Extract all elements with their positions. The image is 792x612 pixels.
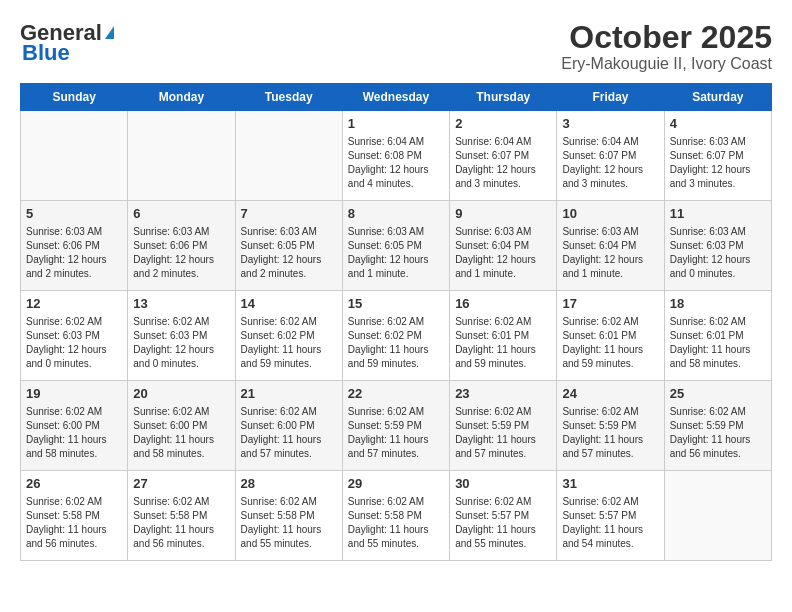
- calendar-cell: 9Sunrise: 6:03 AMSunset: 6:04 PMDaylight…: [450, 201, 557, 291]
- col-wednesday: Wednesday: [342, 84, 449, 111]
- cell-details: Sunrise: 6:04 AMSunset: 6:08 PMDaylight:…: [348, 135, 444, 191]
- day-number: 21: [241, 385, 337, 403]
- day-number: 4: [670, 115, 766, 133]
- day-number: 2: [455, 115, 551, 133]
- day-number: 30: [455, 475, 551, 493]
- logo-text-blue: Blue: [22, 40, 70, 66]
- cell-details: Sunrise: 6:02 AMSunset: 6:01 PMDaylight:…: [455, 315, 551, 371]
- calendar-week-5: 26Sunrise: 6:02 AMSunset: 5:58 PMDayligh…: [21, 471, 772, 561]
- cell-details: Sunrise: 6:04 AMSunset: 6:07 PMDaylight:…: [455, 135, 551, 191]
- day-number: 3: [562, 115, 658, 133]
- day-number: 20: [133, 385, 229, 403]
- calendar-cell: 13Sunrise: 6:02 AMSunset: 6:03 PMDayligh…: [128, 291, 235, 381]
- cell-details: Sunrise: 6:02 AMSunset: 6:03 PMDaylight:…: [26, 315, 122, 371]
- cell-details: Sunrise: 6:04 AMSunset: 6:07 PMDaylight:…: [562, 135, 658, 191]
- calendar-cell: 28Sunrise: 6:02 AMSunset: 5:58 PMDayligh…: [235, 471, 342, 561]
- day-number: 28: [241, 475, 337, 493]
- page-title: October 2025: [561, 20, 772, 55]
- day-number: 26: [26, 475, 122, 493]
- calendar-table: Sunday Monday Tuesday Wednesday Thursday…: [20, 83, 772, 561]
- cell-details: Sunrise: 6:02 AMSunset: 5:59 PMDaylight:…: [670, 405, 766, 461]
- calendar-cell: 20Sunrise: 6:02 AMSunset: 6:00 PMDayligh…: [128, 381, 235, 471]
- day-number: 17: [562, 295, 658, 313]
- cell-details: Sunrise: 6:02 AMSunset: 6:03 PMDaylight:…: [133, 315, 229, 371]
- calendar-cell: 15Sunrise: 6:02 AMSunset: 6:02 PMDayligh…: [342, 291, 449, 381]
- calendar-cell: 11Sunrise: 6:03 AMSunset: 6:03 PMDayligh…: [664, 201, 771, 291]
- calendar-cell: 31Sunrise: 6:02 AMSunset: 5:57 PMDayligh…: [557, 471, 664, 561]
- cell-details: Sunrise: 6:02 AMSunset: 5:59 PMDaylight:…: [348, 405, 444, 461]
- cell-details: Sunrise: 6:03 AMSunset: 6:05 PMDaylight:…: [348, 225, 444, 281]
- calendar-cell: 6Sunrise: 6:03 AMSunset: 6:06 PMDaylight…: [128, 201, 235, 291]
- cell-details: Sunrise: 6:03 AMSunset: 6:04 PMDaylight:…: [562, 225, 658, 281]
- calendar-cell: 29Sunrise: 6:02 AMSunset: 5:58 PMDayligh…: [342, 471, 449, 561]
- day-number: 23: [455, 385, 551, 403]
- day-number: 13: [133, 295, 229, 313]
- calendar-cell: 17Sunrise: 6:02 AMSunset: 6:01 PMDayligh…: [557, 291, 664, 381]
- cell-details: Sunrise: 6:03 AMSunset: 6:07 PMDaylight:…: [670, 135, 766, 191]
- day-number: 27: [133, 475, 229, 493]
- col-thursday: Thursday: [450, 84, 557, 111]
- calendar-cell: 10Sunrise: 6:03 AMSunset: 6:04 PMDayligh…: [557, 201, 664, 291]
- cell-details: Sunrise: 6:02 AMSunset: 5:57 PMDaylight:…: [562, 495, 658, 551]
- cell-details: Sunrise: 6:03 AMSunset: 6:05 PMDaylight:…: [241, 225, 337, 281]
- col-monday: Monday: [128, 84, 235, 111]
- calendar-cell: [235, 111, 342, 201]
- day-number: 29: [348, 475, 444, 493]
- cell-details: Sunrise: 6:02 AMSunset: 6:00 PMDaylight:…: [241, 405, 337, 461]
- col-saturday: Saturday: [664, 84, 771, 111]
- logo: General Blue: [20, 20, 114, 66]
- calendar-cell: 8Sunrise: 6:03 AMSunset: 6:05 PMDaylight…: [342, 201, 449, 291]
- calendar-header-row: Sunday Monday Tuesday Wednesday Thursday…: [21, 84, 772, 111]
- day-number: 18: [670, 295, 766, 313]
- day-number: 31: [562, 475, 658, 493]
- calendar-cell: 2Sunrise: 6:04 AMSunset: 6:07 PMDaylight…: [450, 111, 557, 201]
- day-number: 15: [348, 295, 444, 313]
- day-number: 22: [348, 385, 444, 403]
- calendar-cell: [21, 111, 128, 201]
- title-block: October 2025 Ery-Makouguie II, Ivory Coa…: [561, 20, 772, 73]
- cell-details: Sunrise: 6:02 AMSunset: 6:01 PMDaylight:…: [562, 315, 658, 371]
- cell-details: Sunrise: 6:03 AMSunset: 6:04 PMDaylight:…: [455, 225, 551, 281]
- calendar-week-4: 19Sunrise: 6:02 AMSunset: 6:00 PMDayligh…: [21, 381, 772, 471]
- day-number: 11: [670, 205, 766, 223]
- day-number: 10: [562, 205, 658, 223]
- calendar-week-2: 5Sunrise: 6:03 AMSunset: 6:06 PMDaylight…: [21, 201, 772, 291]
- day-number: 16: [455, 295, 551, 313]
- day-number: 19: [26, 385, 122, 403]
- calendar-cell: 12Sunrise: 6:02 AMSunset: 6:03 PMDayligh…: [21, 291, 128, 381]
- calendar-week-3: 12Sunrise: 6:02 AMSunset: 6:03 PMDayligh…: [21, 291, 772, 381]
- cell-details: Sunrise: 6:02 AMSunset: 6:00 PMDaylight:…: [133, 405, 229, 461]
- day-number: 24: [562, 385, 658, 403]
- day-number: 12: [26, 295, 122, 313]
- calendar-cell: 7Sunrise: 6:03 AMSunset: 6:05 PMDaylight…: [235, 201, 342, 291]
- calendar-cell: 5Sunrise: 6:03 AMSunset: 6:06 PMDaylight…: [21, 201, 128, 291]
- day-number: 6: [133, 205, 229, 223]
- cell-details: Sunrise: 6:02 AMSunset: 5:58 PMDaylight:…: [348, 495, 444, 551]
- day-number: 1: [348, 115, 444, 133]
- calendar-cell: 3Sunrise: 6:04 AMSunset: 6:07 PMDaylight…: [557, 111, 664, 201]
- calendar-cell: 1Sunrise: 6:04 AMSunset: 6:08 PMDaylight…: [342, 111, 449, 201]
- cell-details: Sunrise: 6:02 AMSunset: 6:00 PMDaylight:…: [26, 405, 122, 461]
- page-header: General Blue October 2025 Ery-Makouguie …: [20, 20, 772, 73]
- cell-details: Sunrise: 6:02 AMSunset: 6:02 PMDaylight:…: [241, 315, 337, 371]
- day-number: 9: [455, 205, 551, 223]
- calendar-week-1: 1Sunrise: 6:04 AMSunset: 6:08 PMDaylight…: [21, 111, 772, 201]
- calendar-cell: 18Sunrise: 6:02 AMSunset: 6:01 PMDayligh…: [664, 291, 771, 381]
- col-tuesday: Tuesday: [235, 84, 342, 111]
- calendar-cell: [664, 471, 771, 561]
- cell-details: Sunrise: 6:03 AMSunset: 6:06 PMDaylight:…: [26, 225, 122, 281]
- calendar-cell: 26Sunrise: 6:02 AMSunset: 5:58 PMDayligh…: [21, 471, 128, 561]
- day-number: 5: [26, 205, 122, 223]
- calendar-cell: 19Sunrise: 6:02 AMSunset: 6:00 PMDayligh…: [21, 381, 128, 471]
- cell-details: Sunrise: 6:02 AMSunset: 6:02 PMDaylight:…: [348, 315, 444, 371]
- calendar-cell: 21Sunrise: 6:02 AMSunset: 6:00 PMDayligh…: [235, 381, 342, 471]
- cell-details: Sunrise: 6:02 AMSunset: 5:59 PMDaylight:…: [562, 405, 658, 461]
- calendar-cell: 27Sunrise: 6:02 AMSunset: 5:58 PMDayligh…: [128, 471, 235, 561]
- cell-details: Sunrise: 6:02 AMSunset: 5:57 PMDaylight:…: [455, 495, 551, 551]
- calendar-cell: 30Sunrise: 6:02 AMSunset: 5:57 PMDayligh…: [450, 471, 557, 561]
- calendar-cell: 25Sunrise: 6:02 AMSunset: 5:59 PMDayligh…: [664, 381, 771, 471]
- day-number: 25: [670, 385, 766, 403]
- page-subtitle: Ery-Makouguie II, Ivory Coast: [561, 55, 772, 73]
- calendar-cell: 4Sunrise: 6:03 AMSunset: 6:07 PMDaylight…: [664, 111, 771, 201]
- logo-arrow-icon: [105, 26, 114, 39]
